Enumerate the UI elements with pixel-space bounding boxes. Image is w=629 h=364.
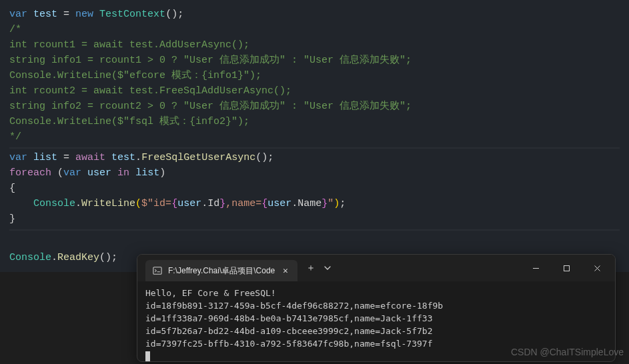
code-line: foreach (var user in list) [9, 165, 620, 181]
comment-line: int rcount2 = await test.FreeSqlAddUserA… [9, 83, 620, 99]
terminal-output[interactable]: Hello, EF Core & FreeSQL! id=18f9b891-31… [137, 281, 615, 361]
svg-rect-0 [153, 267, 161, 275]
terminal-cursor [145, 351, 150, 361]
terminal-line: id=1ff338a7-969d-48b4-be0a-b7413e7985cf,… [145, 312, 607, 325]
comment-line: Console.WriteLine($"efcore 模式：{info1}"); [9, 68, 620, 83]
tab-close-button[interactable]: ✕ [280, 265, 291, 276]
close-button[interactable] [582, 257, 612, 279]
terminal-line: id=5f7b26a7-bd22-44bd-a109-cbceee3999c2,… [145, 325, 607, 337]
terminal-tab[interactable]: F:\Jeffrey.Chai\卓品项目\Code ✕ [145, 260, 297, 281]
comment-open: /* [9, 22, 620, 37]
maximize-button[interactable] [551, 257, 582, 279]
new-tab-button[interactable]: ＋ [301, 259, 320, 277]
code-editor[interactable]: var test = new TestContext(); /* int rco… [0, 0, 629, 272]
terminal-line: Hello, EF Core & FreeSQL! [145, 287, 607, 299]
terminal-titlebar[interactable]: F:\Jeffrey.Chai\卓品项目\Code ✕ ＋ [137, 255, 615, 281]
code-line [9, 235, 620, 250]
code-line: var list = await test.FreeSqlGetUserAsyn… [9, 150, 620, 165]
comment-close: */ [9, 129, 620, 145]
terminal-icon [152, 265, 163, 276]
terminal-tab-title: F:\Jeffrey.Chai\卓品项目\Code [168, 263, 275, 279]
terminal-line: id=18f9b891-3127-459a-b5cf-4def96c88272,… [145, 299, 607, 312]
code-line: var test = new TestContext(); [9, 7, 620, 22]
terminal-line: id=7397fc25-bffb-4310-a792-5f83647fc98b,… [145, 337, 607, 350]
terminal-window[interactable]: F:\Jeffrey.Chai\卓品项目\Code ✕ ＋ Hello, EF … [137, 254, 616, 362]
comment-line: int rcount1 = await test.AddUserAsync(); [9, 37, 620, 53]
tab-dropdown-button[interactable] [320, 259, 335, 277]
terminal-cursor-line [145, 350, 607, 361]
code-line: Console.WriteLine($"id={user.Id},name={u… [9, 196, 620, 211]
minimize-button[interactable] [520, 257, 551, 279]
comment-line: string info2 = rcount2 > 0 ? "User 信息添加成… [9, 99, 620, 114]
brace-close: } [9, 211, 620, 227]
comment-line: string info1 = rcount1 > 0 ? "User 信息添加成… [9, 53, 620, 68]
window-controls [520, 257, 612, 279]
svg-rect-2 [564, 265, 569, 271]
comment-line: Console.WriteLine($"fsql 模式：{info2}"); [9, 114, 620, 129]
brace-open: { [9, 181, 620, 196]
